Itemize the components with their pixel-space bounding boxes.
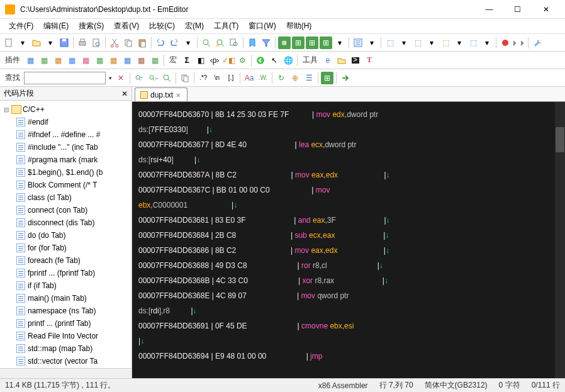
macro-p-icon[interactable]: ‹p› — [208, 54, 221, 67]
csv4-icon[interactable]: ⊞ — [320, 36, 332, 49]
tree-item[interactable]: std::map (map Tab) — [1, 342, 130, 355]
replace-icon[interactable] — [214, 36, 227, 49]
plugin-icon[interactable]: ▦ — [121, 54, 133, 67]
csv3-icon[interactable]: ⊞ — [306, 36, 318, 49]
snippets-tree[interactable]: ⊟ C/C++ #endif#ifndef ... #define ... ##… — [0, 101, 131, 368]
tree-root[interactable]: ⊟ C/C++ — [1, 103, 130, 116]
find-input[interactable] — [24, 72, 106, 84]
tree-item[interactable]: Block Comment (/* T — [1, 179, 130, 191]
tree-item[interactable]: if (if Tab) — [1, 279, 130, 292]
maximize-button[interactable]: ☐ — [503, 0, 532, 19]
dropdown-icon[interactable]: ▾ — [107, 75, 113, 81]
tree-item[interactable]: disconnect (dis Tab) — [1, 216, 130, 229]
macro-check-icon[interactable]: ✓◧ — [222, 54, 235, 67]
plugin-icon[interactable]: ▦ — [148, 54, 161, 67]
globe-icon[interactable]: 🌐 — [282, 54, 294, 67]
find-next-icon[interactable] — [147, 72, 159, 84]
print-icon[interactable] — [76, 36, 89, 49]
back-icon[interactable] — [254, 54, 267, 67]
tool4-icon[interactable]: ⬚ — [467, 36, 479, 49]
save-icon[interactable] — [58, 36, 70, 49]
cursor-icon[interactable]: ↖ — [268, 54, 281, 67]
escape-icon[interactable]: \n — [211, 72, 223, 84]
menu-item[interactable]: 搜索(S) — [74, 20, 109, 33]
dropdown-icon[interactable]: ▾ — [333, 36, 346, 49]
outline-icon[interactable] — [352, 36, 364, 49]
menu-item[interactable]: 窗口(W) — [243, 20, 281, 33]
undo-icon[interactable] — [154, 36, 167, 49]
regex-icon[interactable]: .*? — [197, 72, 210, 84]
sidebar-close-icon[interactable]: ✕ — [121, 89, 128, 98]
close-find-icon[interactable]: ✕ — [115, 72, 127, 84]
new-icon[interactable] — [3, 36, 15, 49]
dropdown-icon[interactable]: ▾ — [481, 36, 493, 49]
wrap-icon[interactable]: ↻ — [275, 72, 288, 84]
tool2-icon[interactable]: ⬚ — [411, 36, 424, 49]
dropdown-icon[interactable]: ▾ — [398, 36, 410, 49]
go-icon[interactable] — [339, 72, 352, 84]
text-icon[interactable]: T — [363, 54, 376, 67]
paste-icon[interactable] — [136, 36, 148, 49]
close-button[interactable]: ✕ — [532, 0, 560, 19]
find-in-files-icon[interactable] — [228, 36, 240, 49]
ie-icon[interactable]: e — [322, 54, 334, 67]
plugin-icon[interactable]: ▦ — [93, 54, 106, 67]
menu-item[interactable]: 宏(M) — [180, 20, 209, 33]
list-icon[interactable]: ☰ — [303, 72, 315, 84]
tree-item[interactable]: fprintf ... (fprintf Tab) — [1, 267, 130, 279]
preview-icon[interactable] — [90, 36, 103, 49]
bookmark-icon[interactable] — [246, 36, 259, 49]
explorer-icon[interactable] — [335, 54, 348, 67]
dropdown-icon[interactable]: ▾ — [453, 36, 466, 49]
editor-vscroll[interactable] — [555, 102, 565, 378]
editor-content[interactable]: 00007FF84DD63670 | 8B 14 25 30 03 FE 7F … — [132, 102, 565, 378]
find-icon[interactable] — [200, 36, 213, 49]
plugin-icon[interactable]: ▦ — [38, 54, 50, 67]
menu-item[interactable]: 编辑(E) — [38, 20, 74, 33]
find-all-icon[interactable] — [160, 72, 173, 84]
case-icon[interactable]: Aa — [243, 72, 255, 84]
tree-item[interactable]: connect (con Tab) — [1, 204, 130, 216]
sidebar-hscroll[interactable] — [0, 368, 131, 378]
tree-item[interactable]: #pragma mark (mark — [1, 154, 130, 166]
tree-item[interactable]: class (cl Tab) — [1, 191, 130, 204]
tree-item[interactable]: #endif — [1, 116, 130, 128]
plugin-icon[interactable]: ▦ — [135, 54, 147, 67]
menu-item[interactable]: 比较(C) — [144, 20, 180, 33]
filter-icon[interactable] — [260, 36, 272, 49]
dropdown-icon[interactable]: ▾ — [16, 36, 29, 49]
tool3-icon[interactable]: ⬚ — [439, 36, 452, 49]
tree-item[interactable]: main() (main Tab) — [1, 292, 130, 305]
copy2-icon[interactable] — [179, 72, 191, 84]
plugin-icon[interactable]: ▦ — [107, 54, 120, 67]
tab-dup[interactable]: dup.txt ✕ — [135, 87, 187, 101]
count-icon[interactable]: ⊕ — [289, 72, 301, 84]
tree-item[interactable]: namespace (ns Tab) — [1, 305, 130, 317]
open-icon[interactable] — [30, 36, 43, 49]
cmd-icon[interactable]: >_ — [349, 54, 362, 67]
tree-item[interactable]: std::vector (vector Ta — [1, 355, 130, 367]
redo-icon[interactable] — [168, 36, 181, 49]
copy-icon[interactable] — [122, 36, 135, 49]
find-prev-icon[interactable] — [133, 72, 145, 84]
dropdown-icon[interactable]: ▾ — [366, 36, 378, 49]
tree-item[interactable]: $1.begin(), $1.end() (b — [1, 166, 130, 179]
cut-icon[interactable] — [108, 36, 121, 49]
plugin-icon[interactable]: ▦ — [52, 54, 64, 67]
tree-item[interactable]: foreach (fe Tab) — [1, 254, 130, 267]
dropdown-icon[interactable]: ▾ — [425, 36, 438, 49]
plugin-icon[interactable]: ▦ — [79, 54, 92, 67]
word-icon[interactable]: .W. — [257, 72, 269, 84]
sigma-icon[interactable]: Σ — [181, 54, 193, 67]
menu-item[interactable]: 帮助(H) — [281, 20, 317, 33]
record-icon[interactable] — [499, 36, 512, 49]
wrench-icon[interactable] — [531, 36, 544, 49]
dropdown-icon[interactable]: ▾ — [182, 36, 194, 49]
csv2-icon[interactable]: ⊞ — [292, 36, 305, 49]
tool1-icon[interactable]: ⬚ — [384, 36, 396, 49]
plugin-icon[interactable]: ▦ — [24, 54, 36, 67]
collapse-icon[interactable]: ⊟ — [3, 106, 10, 113]
menu-item[interactable]: 查看(V) — [109, 20, 144, 33]
play-icon[interactable]: ⏵⏵ — [513, 36, 525, 49]
tree-item[interactable]: do (do Tab) — [1, 229, 130, 242]
